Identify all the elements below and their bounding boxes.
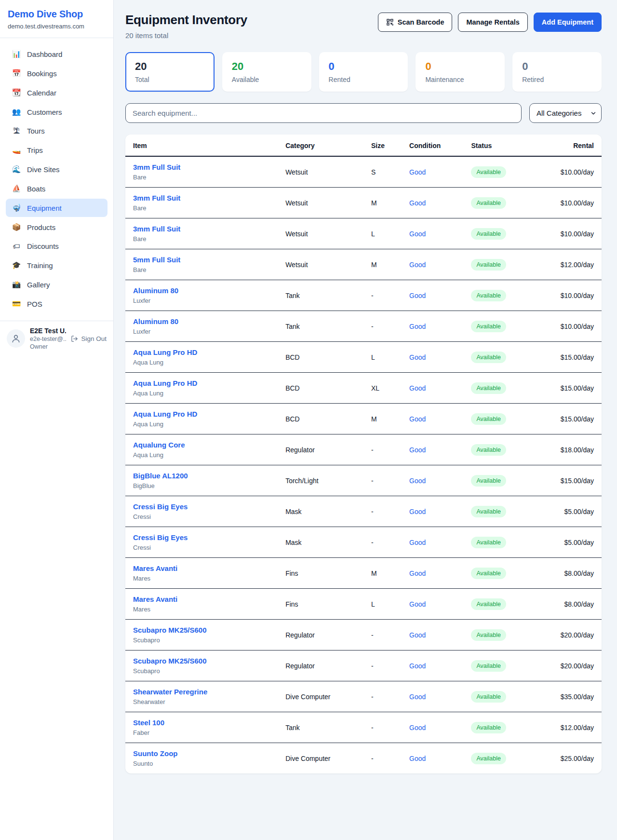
barcode-scan-icon	[386, 18, 394, 26]
status-badge: Available	[471, 537, 506, 548]
sidebar-item-equipment[interactable]: 🤿 Equipment	[6, 199, 107, 217]
stat-card-retired[interactable]: 0 Retired	[512, 52, 602, 92]
condition-link[interactable]: Good	[409, 600, 426, 608]
equipment-name-link[interactable]: Cressi Big Eyes	[133, 502, 188, 511]
sailboat-icon: ⛵	[12, 184, 21, 193]
sidebar-item-pos[interactable]: 💳 POS	[6, 295, 107, 313]
sidebar-item-dashboard[interactable]: 📊 Dashboard	[6, 45, 107, 63]
category-cell: Regulator	[278, 650, 363, 681]
condition-link[interactable]: Good	[409, 569, 426, 577]
equipment-name-link[interactable]: Aqualung Core	[133, 441, 185, 449]
condition-link[interactable]: Good	[409, 168, 426, 176]
table-row: BigBlue AL1200 BigBlue Torch/Light - Goo…	[125, 465, 602, 496]
condition-link[interactable]: Good	[409, 323, 426, 330]
equipment-name-link[interactable]: BigBlue AL1200	[133, 472, 188, 480]
status-badge: Available	[471, 382, 506, 394]
condition-link[interactable]: Good	[409, 724, 426, 732]
condition-link[interactable]: Good	[409, 261, 426, 269]
sidebar-item-bookings[interactable]: 📅 Bookings	[6, 64, 107, 82]
condition-link[interactable]: Good	[409, 477, 426, 485]
equipment-name-link[interactable]: 3mm Full Suit	[133, 225, 180, 233]
stat-card-rented[interactable]: 0 Rented	[319, 52, 408, 92]
sidebar-item-calendar[interactable]: 📆 Calendar	[6, 83, 107, 102]
equipment-brand: Suunto	[133, 760, 270, 767]
sidebar-item-boats[interactable]: ⛵ Boats	[6, 179, 107, 198]
sidebar-user-section: E2E Test U... e2e-tester@... Owner Sign …	[0, 321, 113, 358]
equipment-name-link[interactable]: Aqua Lung Pro HD	[133, 410, 197, 418]
header-actions: Scan Barcode Manage Rentals Add Equipmen…	[378, 13, 602, 32]
status-badge: Available	[471, 722, 506, 733]
stat-card-available[interactable]: 20 Available	[222, 52, 311, 92]
equipment-name-link[interactable]: 3mm Full Suit	[133, 163, 180, 171]
tag-icon: 🏷	[12, 242, 21, 250]
condition-link[interactable]: Good	[409, 415, 426, 423]
status-badge: Available	[471, 166, 506, 178]
equipment-name-link[interactable]: Suunto Zoop	[133, 749, 177, 758]
table-row: Aluminum 80 Luxfer Tank - Good Available…	[125, 311, 602, 342]
condition-link[interactable]: Good	[409, 230, 426, 238]
condition-link[interactable]: Good	[409, 292, 426, 299]
condition-link[interactable]: Good	[409, 384, 426, 392]
category-cell: Tank	[278, 311, 363, 342]
sidebar-item-gallery[interactable]: 📸 Gallery	[6, 275, 107, 294]
equipment-name-link[interactable]: 3mm Full Suit	[133, 194, 180, 202]
sidebar-item-customers[interactable]: 👥 Customers	[6, 103, 107, 121]
equipment-name-link[interactable]: Cressi Big Eyes	[133, 533, 188, 542]
equipment-brand: Mares	[133, 575, 270, 582]
sidebar-item-tours[interactable]: 🏝 Tours	[6, 122, 107, 140]
equipment-name-link[interactable]: Mares Avanti	[133, 564, 177, 572]
equipment-name-link[interactable]: Scubapro MK25/S600	[133, 657, 207, 665]
page-header-text: Equipment Inventory 20 items total	[125, 13, 247, 40]
equipment-brand: Luxfer	[133, 328, 270, 335]
condition-link[interactable]: Good	[409, 539, 426, 546]
sidebar-item-discounts[interactable]: 🏷 Discounts	[6, 237, 107, 255]
condition-link[interactable]: Good	[409, 693, 426, 701]
condition-link[interactable]: Good	[409, 662, 426, 670]
sidebar-item-dive-sites[interactable]: 🌊 Dive Sites	[6, 160, 107, 178]
sign-out-button[interactable]: Sign Out	[71, 335, 107, 342]
condition-link[interactable]: Good	[409, 199, 426, 207]
column-header-category: Category	[278, 135, 363, 156]
status-badge: Available	[471, 228, 506, 240]
sidebar-item-trips[interactable]: 🚤 Trips	[6, 141, 107, 159]
search-input[interactable]	[125, 103, 522, 123]
sidebar-nav: 📊 Dashboard 📅 Bookings 📆 Calendar 👥 Cust…	[0, 38, 113, 318]
avatar	[7, 329, 25, 348]
equipment-brand: Bare	[133, 174, 270, 181]
stat-card-maintenance[interactable]: 0 Maintenance	[416, 52, 505, 92]
brand-title[interactable]: Demo Dive Shop	[8, 9, 106, 20]
brand-domain: demo.test.divestreams.com	[8, 23, 106, 30]
rental-rate-cell: $15.00/day	[530, 342, 602, 373]
equipment-name-link[interactable]: Aluminum 80	[133, 286, 178, 295]
condition-link[interactable]: Good	[409, 353, 426, 361]
size-cell: M	[363, 558, 402, 589]
condition-link[interactable]: Good	[409, 446, 426, 454]
equipment-table-card: ItemCategorySizeConditionStatusRental 3m…	[125, 135, 602, 773]
equipment-name-link[interactable]: Steel 100	[133, 718, 164, 727]
equipment-name-link[interactable]: Mares Avanti	[133, 595, 177, 603]
condition-link[interactable]: Good	[409, 508, 426, 515]
equipment-brand: Bare	[133, 266, 270, 273]
equipment-name-link[interactable]: Aqua Lung Pro HD	[133, 348, 197, 356]
stat-card-total[interactable]: 20 Total	[125, 52, 215, 92]
manage-rentals-button[interactable]: Manage Rentals	[458, 13, 527, 32]
equipment-name-link[interactable]: Shearwater Peregrine	[133, 688, 207, 696]
sidebar-item-training[interactable]: 🎓 Training	[6, 256, 107, 274]
table-row: 3mm Full Suit Bare Wetsuit L Good Availa…	[125, 218, 602, 249]
category-select[interactable]: All Categories	[529, 103, 602, 123]
equipment-name-link[interactable]: 5mm Full Suit	[133, 256, 180, 264]
category-cell: Regulator	[278, 434, 363, 465]
rental-rate-cell: $15.00/day	[530, 373, 602, 404]
equipment-name-link[interactable]: Aluminum 80	[133, 317, 178, 325]
equipment-name-link[interactable]: Scubapro MK25/S600	[133, 626, 207, 634]
equipment-name-link[interactable]: Aqua Lung Pro HD	[133, 379, 197, 387]
equipment-brand: Bare	[133, 235, 270, 243]
add-equipment-button[interactable]: Add Equipment	[534, 13, 602, 32]
sidebar-item-products[interactable]: 📦 Products	[6, 218, 107, 236]
condition-link[interactable]: Good	[409, 755, 426, 762]
credit-card-icon: 💳	[12, 299, 21, 308]
status-badge: Available	[471, 753, 506, 764]
equipment-brand: Scubapro	[133, 667, 270, 675]
condition-link[interactable]: Good	[409, 631, 426, 639]
scan-barcode-button[interactable]: Scan Barcode	[378, 13, 453, 32]
